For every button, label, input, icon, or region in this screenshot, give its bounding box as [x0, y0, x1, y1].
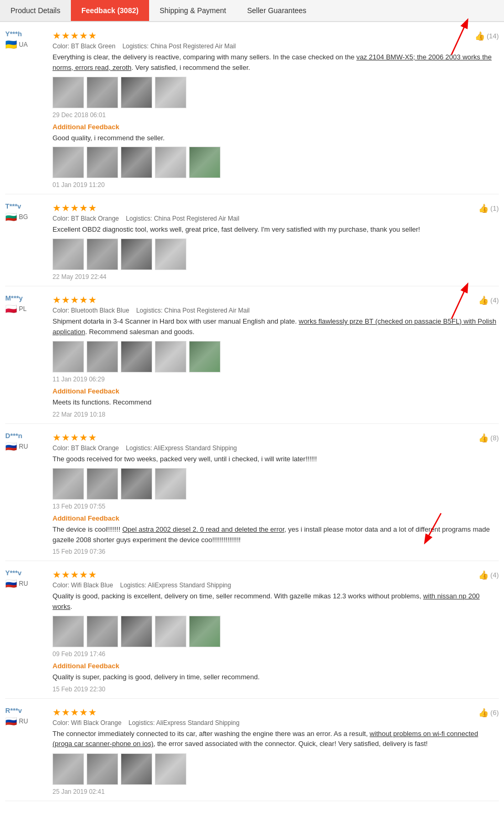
- review-text-content: The goods received for two weeks, packed…: [52, 455, 317, 463]
- like-count: (6): [490, 709, 499, 717]
- review-text: Everything is clear, the delivery is rea…: [52, 52, 499, 72]
- review-text-content: Excellent OBD2 diagnostic tool, works we…: [52, 225, 420, 233]
- review-image-thumb[interactable]: [87, 147, 118, 178]
- thumbs-up-icon: 👍: [478, 433, 489, 443]
- flag-icon: 🇷🇺: [5, 578, 17, 589]
- review-image-thumb[interactable]: [52, 147, 84, 178]
- review-image-thumb[interactable]: [87, 753, 118, 785]
- flag-icon: 🇷🇺: [5, 716, 17, 727]
- tab-product-details[interactable]: Product Details: [0, 0, 71, 21]
- color-label: Color: BT Black Orange: [52, 444, 119, 452]
- additional-feedback-label: Additional Feedback: [52, 514, 499, 522]
- review-image-thumb[interactable]: [87, 616, 118, 647]
- review-images: [52, 341, 499, 372]
- review-image-thumb[interactable]: [121, 753, 152, 785]
- like-count: (4): [490, 296, 499, 304]
- star-rating: ★★★★★: [52, 30, 475, 42]
- logistics-label: Logistics: AliExpress Standard Shipping: [129, 719, 239, 727]
- review-image-thumb[interactable]: [189, 147, 220, 178]
- like-button[interactable]: 👍 (14): [475, 30, 499, 41]
- like-button[interactable]: 👍 (4): [478, 569, 499, 580]
- tab-feedback[interactable]: Feedback (3082): [71, 0, 149, 21]
- review-image-thumb[interactable]: [155, 468, 186, 500]
- review-image-thumb[interactable]: [155, 239, 186, 270]
- review-text: The goods received for two weeks, packed…: [52, 454, 499, 464]
- review-image-thumb[interactable]: [52, 753, 84, 785]
- review-text: Shipment dotarła in 3-4 Scanner in Hard …: [52, 316, 499, 337]
- logistics-label: Logistics: China Post Registered Air Mai…: [136, 307, 249, 314]
- like-count: (8): [490, 434, 499, 442]
- color-logistics-info: Color: Bluetooth Black Blue Logistics: C…: [52, 307, 478, 314]
- like-button[interactable]: 👍 (4): [478, 294, 499, 305]
- review-main: ★★★★★ Color: Wifi Black Orange Logistics…: [52, 707, 499, 795]
- review-image-thumb[interactable]: [155, 77, 186, 108]
- additional-feedback-text: Good quality, i recommend the seller.: [52, 133, 499, 143]
- review-item: T***v 🇧🇬 BG ★★★★★ Color: BT Black Orange…: [5, 194, 499, 287]
- flag-icon: 🇵🇱: [5, 303, 17, 315]
- review-image-thumb[interactable]: [121, 239, 152, 270]
- review-date: 09 Feb 2019 17:46: [52, 650, 499, 658]
- review-image-thumb[interactable]: [121, 468, 152, 500]
- review-images: [52, 77, 499, 108]
- like-button[interactable]: 👍 (6): [478, 707, 499, 718]
- review-underline-text: with nissan np 200 works: [52, 592, 480, 610]
- color-logistics-info: Color: Wifi Black Orange Logistics: AliE…: [52, 719, 478, 727]
- review-date: 22 May 2019 22:44: [52, 273, 499, 281]
- review-image-thumb[interactable]: [87, 77, 118, 108]
- star-rating: ★★★★★: [52, 294, 478, 306]
- color-label: Color: Wifi Black Orange: [52, 719, 121, 727]
- like-count: (14): [487, 32, 499, 40]
- review-image-thumb[interactable]: [155, 753, 186, 785]
- review-image-thumb[interactable]: [52, 341, 84, 372]
- review-image-thumb[interactable]: [52, 616, 84, 647]
- review-image-thumb[interactable]: [155, 341, 186, 372]
- review-image-thumb[interactable]: [189, 616, 220, 647]
- review-image-thumb[interactable]: [87, 341, 118, 372]
- flag-icon: 🇧🇬: [5, 211, 17, 223]
- additional-underline: Opel astra 2002 diesel 2. 0 read and del…: [122, 525, 285, 533]
- like-button[interactable]: 👍 (1): [478, 202, 499, 213]
- user-info: T***v 🇧🇬 BG: [5, 202, 52, 281]
- star-rating: ★★★★★: [52, 569, 478, 581]
- additional-feedback-text: Quality is super, packing is good, deliv…: [52, 672, 499, 682]
- flag-icon: 🇷🇺: [5, 441, 17, 452]
- review-images: [52, 468, 499, 500]
- additional-feedback-date: 15 Feb 2019 07:36: [52, 548, 499, 555]
- user-info: D***n 🇷🇺 RU: [5, 432, 52, 511]
- additional-feedback-date: 01 Jan 2019 11:20: [52, 181, 499, 189]
- additional-feedback-date: 15 Feb 2019 22:30: [52, 686, 499, 693]
- review-image-thumb[interactable]: [52, 239, 84, 270]
- additional-feedback-label: Additional Feedback: [52, 387, 499, 395]
- review-image-thumb[interactable]: [52, 468, 84, 500]
- country-label: BG: [19, 213, 28, 221]
- review-image-thumb[interactable]: [121, 341, 152, 372]
- review-main: ★★★★★ Color: BT Black Orange Logistics: …: [52, 432, 499, 511]
- color-label: Color: Bluetooth Black Blue: [52, 307, 129, 314]
- review-item: R***v 🇷🇺 RU ★★★★★ Color: Wifi Black Oran…: [5, 699, 499, 801]
- review-image-thumb[interactable]: [87, 468, 118, 500]
- tab-seller-guarantees[interactable]: Seller Guarantees: [237, 0, 317, 21]
- review-image-thumb[interactable]: [121, 616, 152, 647]
- color-logistics-info: Color: BT Black Orange Logistics: AliExp…: [52, 444, 478, 452]
- review-item: D***n 🇷🇺 RU ★★★★★ Color: BT Black Orange…: [5, 424, 499, 562]
- review-text: Excellent OBD2 diagnostic tool, works we…: [52, 224, 499, 235]
- like-button[interactable]: 👍 (8): [478, 432, 499, 443]
- thumbs-up-icon: 👍: [478, 708, 489, 718]
- tab-bar: Product Details Feedback (3082) Shipping…: [0, 0, 504, 22]
- review-date: 13 Feb 2019 07:55: [52, 503, 499, 510]
- color-label: Color: Wifi Black Blue: [52, 582, 113, 589]
- star-rating: ★★★★★: [52, 202, 478, 214]
- review-item: M***y 🇵🇱 PL ★★★★★ Color: Bluetooth Black…: [5, 286, 499, 424]
- review-image-thumb[interactable]: [121, 77, 152, 108]
- review-image-thumb[interactable]: [155, 616, 186, 647]
- review-underline-text: works flawlessly prze BT (checked on pas…: [52, 317, 496, 336]
- username: Y***h: [5, 30, 52, 38]
- review-date: 11 Jan 2019 06:29: [52, 376, 499, 383]
- review-image-thumb[interactable]: [87, 239, 118, 270]
- review-image-thumb[interactable]: [121, 147, 152, 178]
- review-image-thumb[interactable]: [155, 147, 186, 178]
- review-image-thumb[interactable]: [189, 341, 220, 372]
- review-image-thumb[interactable]: [52, 77, 84, 108]
- username: D***n: [5, 432, 52, 440]
- tab-shipping-payment[interactable]: Shipping & Payment: [149, 0, 237, 21]
